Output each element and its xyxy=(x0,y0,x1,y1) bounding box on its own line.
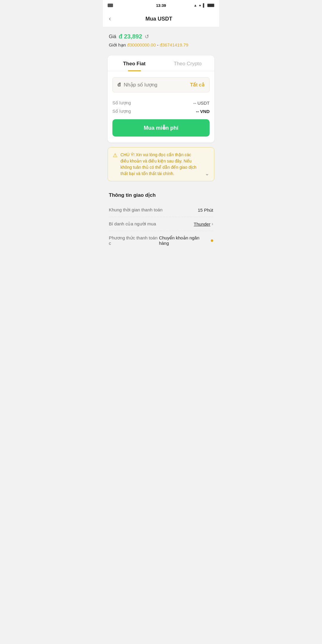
warning-expand-icon[interactable]: ⌄ xyxy=(205,170,209,177)
chevron-right-icon-1[interactable]: › xyxy=(212,221,213,227)
page-header: ‹ Mua USDT xyxy=(103,11,219,27)
payment-dot-indicator xyxy=(211,239,213,242)
limit-row: Giới hạn đ30000000.00 - đ36741419.79 xyxy=(109,42,213,48)
limit-max: 36741419.79 xyxy=(162,42,188,47)
summary-section: Số lượng -- USDT Số lượng -- VND xyxy=(108,95,214,114)
summary-label-0: Số lượng xyxy=(112,100,131,106)
transaction-row-0: Khung thời gian thanh toán 15 Phút xyxy=(109,203,213,217)
transaction-label-0: Khung thời gian thanh toán xyxy=(109,207,162,213)
status-bar: 13:39 ▲ ● ▌ xyxy=(103,0,219,11)
battery-fill xyxy=(207,4,214,7)
tab-theo-crypto[interactable]: Theo Crypto xyxy=(161,55,214,71)
input-currency-symbol: đ xyxy=(117,82,121,88)
transaction-label-1: Bí danh của người mua xyxy=(109,221,156,227)
transaction-section: Thông tin giao dịch Khung thời gian than… xyxy=(103,187,219,256)
price-amount: 23,892 xyxy=(124,33,142,40)
limit-currency-min: đ xyxy=(127,42,129,47)
refresh-icon[interactable]: ↺ xyxy=(145,33,149,40)
summary-row-1: Số lượng -- VND xyxy=(112,109,210,114)
price-section: Giá đ 23,892 ↺ Giới hạn đ30000000.00 - đ… xyxy=(103,27,219,55)
transaction-row-1: Bí danh của người mua Thunder › xyxy=(109,217,213,231)
back-button[interactable]: ‹ xyxy=(109,15,111,23)
limit-currency-max: đ xyxy=(160,42,162,47)
summary-value-0: -- USDT xyxy=(193,100,210,106)
price-value: đ 23,892 xyxy=(119,33,142,40)
input-section: đ Tất cả xyxy=(108,71,214,95)
limit-label: Giới hạn xyxy=(109,42,126,47)
price-row: Giá đ 23,892 ↺ xyxy=(109,33,213,40)
amount-input[interactable] xyxy=(124,82,187,88)
transaction-value-1-text: Thunder xyxy=(194,222,210,227)
status-icons: ▲ ● ▌ xyxy=(193,3,214,7)
main-card: Theo Fiat Theo Crypto đ Tất cả Số lượng … xyxy=(108,55,214,143)
price-label: Giá xyxy=(109,34,116,39)
summary-row-0: Số lượng -- USDT xyxy=(112,100,210,106)
transaction-value-2-text: Chuyển khoản ngân hàng xyxy=(159,235,208,246)
signal-icon: ● xyxy=(199,3,201,7)
transaction-value-2: Chuyển khoản ngân hàng xyxy=(159,235,213,246)
transaction-row-2: Phương thức thanh toán c Chuyển khoản ng… xyxy=(109,231,213,250)
warning-icon: ⚠ xyxy=(113,152,117,159)
summary-label-1: Số lượng xyxy=(112,109,131,114)
battery-icon: ▌ xyxy=(203,3,205,7)
price-currency: đ xyxy=(119,33,122,40)
warning-text: CHÚ Ý! Xin vui lòng đọc cẩn thận các điề… xyxy=(120,152,199,177)
transaction-section-title: Thông tin giao dịch xyxy=(109,192,213,198)
summary-value-1: -- VND xyxy=(196,109,210,114)
limit-separator: - xyxy=(157,42,160,47)
transaction-label-2: Phương thức thanh toán c xyxy=(109,235,159,246)
amount-input-box: đ Tất cả xyxy=(112,77,210,92)
wifi-icon: ▲ xyxy=(193,3,197,7)
status-left-icon xyxy=(108,4,113,7)
tabs: Theo Fiat Theo Crypto xyxy=(108,55,214,71)
all-button[interactable]: Tất cả xyxy=(190,82,205,88)
page-title: Mua USDT xyxy=(114,16,203,22)
transaction-value-1: Thunder › xyxy=(194,221,213,227)
status-time: 13:39 xyxy=(156,3,166,8)
transaction-value-0: 15 Phút xyxy=(198,208,213,213)
buy-button[interactable]: Mua miễn phí xyxy=(112,119,210,137)
warning-box: ⚠ CHÚ Ý! Xin vui lòng đọc cẩn thận các đ… xyxy=(108,147,214,181)
tab-theo-fiat[interactable]: Theo Fiat xyxy=(108,55,161,71)
limit-min: 30000000.00 xyxy=(130,42,156,47)
